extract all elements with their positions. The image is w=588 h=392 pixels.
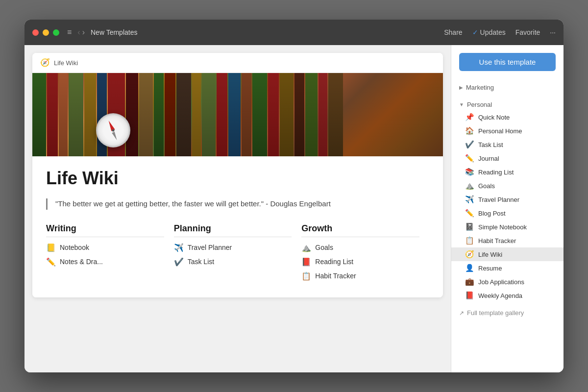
growth-column-title: Growth [301,223,419,237]
quick-note-icon: 📌 [465,113,474,122]
planning-column-title: Planning [174,223,292,237]
external-link-icon: ↗ [459,310,464,317]
sidebar-item-task-list[interactable]: ✔️ Task List [451,138,564,151]
updates-button[interactable]: ✓ Updates [472,28,506,36]
sidebar-item-habit-tracker[interactable]: 📋 Habit Tracker [451,234,564,247]
checkmark-icon: ✓ [472,28,478,36]
journal-icon: ✏️ [465,154,474,163]
notebook-icon: 📒 [46,243,56,252]
columns-section: Writing 📒 Notebook ✏️ Notes & Dra... [46,223,429,286]
personal-arrow-icon: ▼ [459,102,464,107]
hero-image [32,73,443,156]
marketing-section-header[interactable]: ▶ Marketing [451,82,564,93]
list-item[interactable]: 📕 Reading List [301,257,419,267]
reading-list-icon: 📚 [465,168,474,176]
habittracker-icon: 📋 [301,271,311,281]
resume-icon: 👤 [465,264,474,272]
app-window: ≡ ‹ › New Templates Share ✓ Updates Favo… [24,20,564,372]
titlebar: ≡ ‹ › New Templates Share ✓ Updates Favo… [24,20,564,45]
travel-planner-icon: ✈️ [465,195,474,204]
main-area: 🧭 Life Wiki [24,45,564,372]
habit-tracker-icon: 📋 [465,236,474,245]
notes-icon: ✏️ [46,257,56,267]
sidebar-item-quick-note[interactable]: 📌 Quick Note [451,110,564,124]
use-template-button[interactable]: Use this template [459,53,556,71]
page-title: Life Wiki [46,168,429,189]
more-button[interactable]: ··· [550,28,556,36]
sidebar: Use this template ▶ Marketing ▼ Personal… [451,45,564,372]
job-applications-icon: 💼 [465,277,474,286]
traffic-lights [32,29,59,36]
list-item[interactable]: ✏️ Notes & Dra... [46,257,164,267]
sidebar-item-resume[interactable]: 👤 Resume [451,261,564,275]
goals-icon: ⛰️ [301,243,311,252]
compass [96,113,130,147]
sidebar-item-goals[interactable]: ⛰️ Goals [451,179,564,193]
life-wiki-icon: 🧭 [465,250,474,259]
sidebar-section-personal: ▼ Personal 📌 Quick Note 🏠 Personal Home … [451,96,564,305]
task-list-icon: ✔️ [465,140,474,149]
sidebar-item-life-wiki[interactable]: 🧭 Life Wiki [451,247,564,261]
writing-column: Writing 📒 Notebook ✏️ Notes & Dra... [46,223,174,286]
preview-body: Life Wiki "The better we get at getting … [32,156,443,297]
preview-header: 🧭 Life Wiki [32,53,443,73]
preview-header-title: Life Wiki [54,59,78,67]
sidebar-section-marketing: ▶ Marketing [451,79,564,96]
planning-column: Planning ✈️ Travel Planner ✔️ Task List [174,223,302,286]
maximize-button[interactable] [53,29,59,36]
titlebar-actions: Share ✓ Updates Favorite ··· [444,28,556,36]
list-item[interactable]: 📒 Notebook [46,243,164,252]
readinglist-icon: 📕 [301,257,311,267]
marketing-arrow-icon: ▶ [459,85,463,90]
personal-home-icon: 🏠 [465,126,474,135]
sidebar-item-reading-list[interactable]: 📚 Reading List [451,165,564,179]
nav-arrows: ‹ › [77,28,85,37]
goals-sidebar-icon: ⛰️ [465,181,474,190]
favorite-button[interactable]: Favorite [515,28,540,36]
blog-post-icon: ✏️ [465,209,474,218]
back-arrow-icon[interactable]: ‹ [77,28,80,37]
template-preview: 🧭 Life Wiki [32,53,443,297]
sidebar-item-simple-notebook[interactable]: 📓 Simple Notebook [451,220,564,234]
sidebar-item-weekly-agenda[interactable]: 📕 Weekly Agenda [451,289,564,302]
sidebar-item-personal-home[interactable]: 🏠 Personal Home [451,124,564,138]
weekly-agenda-icon: 📕 [465,291,474,300]
content-panel: 🧭 Life Wiki [24,45,451,372]
close-button[interactable] [32,29,39,36]
full-template-gallery-link[interactable]: ↗ Full template gallery [451,305,564,320]
list-item[interactable]: ⛰️ Goals [301,243,419,252]
travel-icon: ✈️ [174,243,184,252]
list-item[interactable]: 📋 Habit Tracker [301,271,419,281]
tasklist-icon: ✔️ [174,257,184,267]
sidebar-item-job-applications[interactable]: 💼 Job Applications [451,275,564,289]
list-item[interactable]: ✔️ Task List [174,257,292,267]
window-title: New Templates [91,28,444,36]
simple-notebook-icon: 📓 [465,222,474,231]
preview-icon: 🧭 [40,58,50,68]
share-button[interactable]: Share [444,28,462,36]
sidebar-item-blog-post[interactable]: ✏️ Blog Post [451,206,564,220]
list-item[interactable]: ✈️ Travel Planner [174,243,292,252]
growth-column: Growth ⛰️ Goals 📕 Reading List 📋 [301,223,429,286]
forward-arrow-icon[interactable]: › [82,28,85,37]
sidebar-item-travel-planner[interactable]: ✈️ Travel Planner [451,193,564,206]
personal-section-header[interactable]: ▼ Personal [451,99,564,110]
hamburger-icon[interactable]: ≡ [67,28,72,37]
minimize-button[interactable] [43,29,49,36]
sidebar-item-journal[interactable]: ✏️ Journal [451,151,564,165]
writing-column-title: Writing [46,223,164,237]
quote-block: "The better we get at getting better, th… [46,198,429,210]
